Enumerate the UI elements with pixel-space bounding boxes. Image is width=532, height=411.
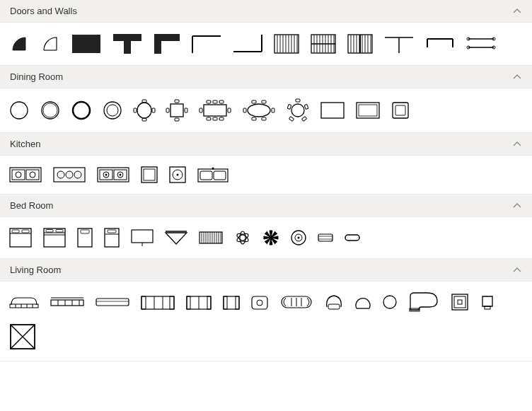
svg-rect-61: [166, 108, 169, 112]
section-header-living-room[interactable]: Living Room: [0, 259, 532, 282]
svg-rect-10: [274, 35, 299, 53]
rug-oval-icon[interactable]: [344, 233, 361, 243]
svg-point-97: [66, 171, 73, 178]
window-panel-1-icon[interactable]: [273, 33, 300, 54]
armchair-bucket-2-icon[interactable]: [354, 293, 372, 311]
section-dining-room: Dining Room: [0, 66, 532, 133]
armchair-icon[interactable]: [222, 294, 241, 311]
svg-rect-71: [228, 108, 231, 112]
svg-rect-129: [132, 230, 153, 243]
section-header-dining-room[interactable]: Dining Room: [0, 66, 532, 88]
svg-rect-3: [124, 34, 131, 54]
table-oval-chairs-icon[interactable]: [242, 99, 276, 122]
sofa-modern-3-icon[interactable]: [95, 296, 130, 308]
svg-point-104: [105, 174, 108, 176]
table-round-chairs-icon[interactable]: [133, 99, 156, 122]
stove-single-knobs-icon[interactable]: [52, 166, 86, 183]
wall-t-down-icon[interactable]: [112, 33, 143, 55]
table-rect-plain-icon[interactable]: [320, 101, 345, 120]
wall-t-line-icon[interactable]: [383, 33, 415, 54]
door-swing-icon[interactable]: [40, 33, 61, 54]
stove-grill-double-icon[interactable]: [96, 166, 130, 183]
rug-lines-icon[interactable]: [317, 233, 334, 243]
svg-point-114: [212, 168, 214, 170]
svg-rect-73: [252, 100, 256, 103]
svg-rect-65: [213, 100, 217, 103]
svg-rect-78: [272, 108, 274, 112]
table-rect-6-chairs-icon[interactable]: [198, 99, 232, 122]
wall-corner-br-icon[interactable]: [232, 33, 263, 54]
table-rect-border-icon[interactable]: [355, 101, 381, 120]
sofa-modern-1-icon[interactable]: [8, 295, 40, 309]
svg-rect-166: [141, 296, 174, 309]
section-bed-room: Bed Room: [0, 195, 532, 259]
armchair-bucket-1-icon[interactable]: [324, 293, 344, 311]
tv-small-icon[interactable]: [480, 294, 495, 311]
ceiling-light-icon[interactable]: [290, 229, 307, 246]
svg-rect-64: [207, 100, 211, 103]
sofa-3seat-icon[interactable]: [140, 294, 175, 311]
armchair-oval-icon[interactable]: [250, 294, 269, 311]
wall-solid-icon[interactable]: [71, 33, 102, 54]
double-door-lines-icon[interactable]: [466, 35, 497, 53]
svg-rect-89: [395, 105, 405, 115]
lamp-triangle-icon[interactable]: [164, 230, 188, 245]
svg-point-72: [248, 104, 270, 117]
stove-double-knobs-icon[interactable]: [8, 166, 42, 183]
svg-rect-113: [214, 171, 226, 180]
svg-rect-189: [454, 296, 466, 308]
section-title: Kitchen: [10, 139, 40, 149]
svg-rect-1: [72, 35, 100, 53]
svg-point-48: [42, 102, 59, 119]
table-square-chairs-icon[interactable]: [166, 99, 188, 122]
table-round-2-icon[interactable]: [40, 100, 61, 121]
svg-rect-107: [144, 169, 155, 180]
section-header-doors-walls[interactable]: Doors and Walls: [0, 0, 532, 23]
door-arc-icon[interactable]: [8, 33, 30, 54]
bed-single-1-icon[interactable]: [76, 227, 93, 248]
opening-bracket-icon[interactable]: [424, 36, 456, 52]
section-header-bed-room[interactable]: Bed Room: [0, 195, 532, 217]
svg-rect-77: [243, 108, 246, 112]
sofa-2seat-icon[interactable]: [185, 294, 212, 311]
table-round-5-chairs-icon[interactable]: [286, 98, 310, 122]
window-panel-3-icon[interactable]: [347, 33, 374, 54]
section-living-room: Living Room: [0, 259, 532, 361]
table-round-3-icon[interactable]: [71, 100, 92, 121]
fan-4-icon[interactable]: [233, 228, 252, 247]
svg-rect-112: [200, 171, 212, 180]
table-round-4-icon[interactable]: [102, 100, 123, 121]
svg-point-143: [240, 231, 245, 244]
counter-sq-circle-icon[interactable]: [168, 166, 187, 184]
window-panel-2-icon[interactable]: [310, 33, 337, 54]
bed-single-2-icon[interactable]: [103, 227, 120, 248]
bed-double-stripe-icon[interactable]: [42, 227, 66, 248]
svg-rect-68: [213, 117, 217, 120]
svg-rect-178: [252, 296, 267, 309]
counter-square-icon[interactable]: [140, 166, 158, 184]
sofa-round-long-icon[interactable]: [279, 294, 314, 311]
piano-grand-icon[interactable]: [407, 291, 440, 313]
svg-point-79: [291, 104, 304, 117]
desk-icon[interactable]: [130, 228, 154, 247]
table-square-hollow-icon[interactable]: [391, 100, 410, 120]
window-x-icon[interactable]: [8, 323, 37, 351]
wall-l-up-icon[interactable]: [153, 33, 181, 55]
radiator-icon[interactable]: [198, 231, 224, 245]
svg-rect-153: [10, 304, 38, 308]
svg-rect-95: [54, 168, 85, 182]
svg-rect-126: [105, 228, 119, 247]
svg-rect-128: [108, 230, 116, 233]
svg-rect-177: [236, 296, 239, 309]
round-ottoman-icon[interactable]: [382, 294, 398, 310]
fan-sharp-icon[interactable]: [262, 228, 280, 247]
tv-set-icon[interactable]: [450, 292, 470, 312]
table-round-1-icon[interactable]: [8, 100, 30, 121]
svg-point-179: [257, 300, 262, 306]
section-header-kitchen[interactable]: Kitchen: [0, 133, 532, 156]
sink-double-icon[interactable]: [197, 166, 229, 183]
wall-corner-tl-icon[interactable]: [191, 33, 222, 54]
sofa-modern-2-icon[interactable]: [50, 296, 85, 308]
svg-rect-184: [328, 304, 340, 309]
bed-double-icon[interactable]: [8, 227, 33, 248]
